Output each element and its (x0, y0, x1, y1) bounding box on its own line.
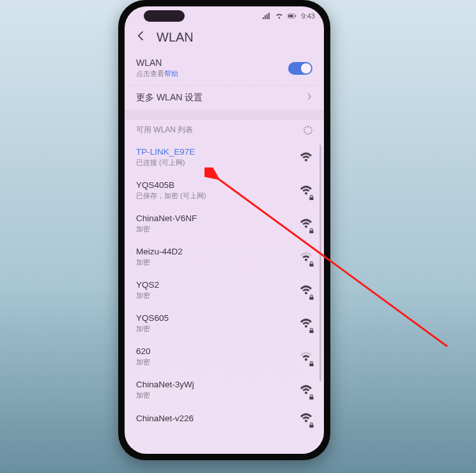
network-row[interactable]: 620加密 (125, 340, 324, 373)
svg-rect-7 (309, 231, 313, 234)
network-name: YQS2 (136, 280, 159, 290)
more-wlan-settings-row[interactable]: 更多 WLAN 设置 (125, 86, 324, 111)
wifi-strength-icon (300, 413, 312, 423)
svg-rect-17 (309, 397, 313, 400)
wifi-strength-icon (300, 252, 312, 262)
svg-point-8 (305, 259, 307, 261)
lock-icon (309, 192, 314, 198)
network-row[interactable]: YQS605加密 (125, 307, 324, 340)
lock-icon (309, 419, 314, 425)
svg-rect-1 (288, 15, 293, 17)
network-name: 620 (136, 346, 151, 356)
network-name: ChinaNet-3yWj (136, 380, 194, 389)
lock-icon (309, 258, 314, 264)
svg-point-4 (305, 192, 307, 195)
network-status: 加密 (136, 291, 159, 300)
network-row[interactable]: Meizu-44D2加密 (125, 240, 324, 274)
svg-point-16 (305, 392, 307, 394)
svg-rect-5 (309, 198, 313, 201)
clock: 9:43 (302, 12, 315, 20)
network-name: YQS405B (136, 180, 206, 190)
svg-rect-15 (309, 364, 313, 367)
network-name: ChinaNet-v226 (136, 414, 194, 423)
page-header: WLAN (125, 26, 324, 51)
svg-point-3 (305, 159, 307, 162)
network-row[interactable]: YQS2加密 (125, 274, 324, 307)
network-row[interactable]: ChinaNet-v226 (125, 407, 324, 430)
status-bar: 9:43 (125, 6, 324, 26)
chevron-right-icon (306, 92, 312, 104)
wifi-strength-icon (300, 352, 312, 362)
network-row[interactable]: ChinaNet-V6NF加密 (125, 207, 324, 240)
section-divider (125, 111, 324, 120)
available-networks-label: 可用 WLAN 列表 (136, 125, 193, 136)
lock-icon (309, 358, 314, 364)
svg-point-12 (305, 325, 307, 328)
svg-point-10 (305, 292, 307, 295)
lock-icon (309, 325, 314, 330)
wlan-toggle-title: WLAN (136, 58, 178, 68)
wifi-status-icon (275, 12, 284, 20)
lock-icon (309, 291, 314, 297)
wlan-toggle-switch[interactable] (288, 62, 312, 75)
battery-icon (288, 12, 296, 20)
scrollbar[interactable] (319, 144, 321, 381)
lock-icon (309, 391, 314, 397)
lock-icon (309, 225, 314, 231)
svg-rect-19 (309, 425, 313, 428)
screen: 9:43 WLAN WLAN 点击查看帮助 更多 WLAN 设置 (125, 6, 324, 454)
wifi-strength-icon (300, 152, 312, 162)
network-status: 已保存，加密 (可上网) (136, 191, 206, 201)
wifi-strength-icon (300, 385, 312, 395)
network-name: ChinaNet-V6NF (136, 213, 197, 223)
scanning-spinner-icon (303, 126, 312, 135)
svg-rect-13 (309, 330, 313, 334)
network-status: 加密 (136, 258, 183, 267)
svg-rect-2 (295, 15, 296, 17)
svg-point-14 (305, 359, 307, 361)
wifi-strength-icon (300, 219, 312, 229)
phone-frame: 9:43 WLAN WLAN 点击查看帮助 更多 WLAN 设置 (118, 0, 330, 460)
network-status: 加密 (136, 391, 194, 400)
network-row[interactable]: TP-LINK_E97E已连接 (可上网) (125, 141, 324, 174)
network-status: 加密 (136, 357, 151, 367)
network-row[interactable]: YQS405B已保存，加密 (可上网) (125, 174, 324, 207)
svg-point-18 (305, 420, 307, 423)
wifi-strength-icon (300, 318, 312, 329)
svg-rect-9 (309, 264, 313, 267)
network-name: TP-LINK_E97E (136, 147, 195, 157)
camera-cutout (144, 10, 185, 22)
wlan-toggle-sub: 点击查看帮助 (136, 69, 178, 79)
signal-icon (262, 12, 271, 20)
svg-rect-11 (309, 297, 313, 300)
wlan-toggle-sub-prefix: 点击查看 (136, 70, 164, 77)
available-networks-header: 可用 WLAN 列表 (125, 120, 324, 141)
network-list: TP-LINK_E97E已连接 (可上网)YQS405B已保存，加密 (可上网)… (125, 141, 324, 430)
wifi-strength-icon (300, 285, 312, 295)
more-wlan-settings-label: 更多 WLAN 设置 (136, 92, 203, 104)
wifi-strength-icon (300, 185, 312, 196)
wlan-toggle-row[interactable]: WLAN 点击查看帮助 (125, 51, 324, 86)
page-title: WLAN (157, 30, 194, 45)
network-name: YQS605 (136, 313, 169, 323)
network-row[interactable]: ChinaNet-3yWj加密 (125, 373, 324, 407)
network-name: Meizu-44D2 (136, 247, 183, 256)
wlan-help-link[interactable]: 帮助 (164, 70, 178, 77)
network-status: 加密 (136, 224, 197, 234)
back-arrow-icon[interactable] (135, 29, 148, 45)
svg-point-6 (305, 226, 307, 228)
network-status: 已连接 (可上网) (136, 158, 195, 167)
network-status: 加密 (136, 324, 169, 334)
